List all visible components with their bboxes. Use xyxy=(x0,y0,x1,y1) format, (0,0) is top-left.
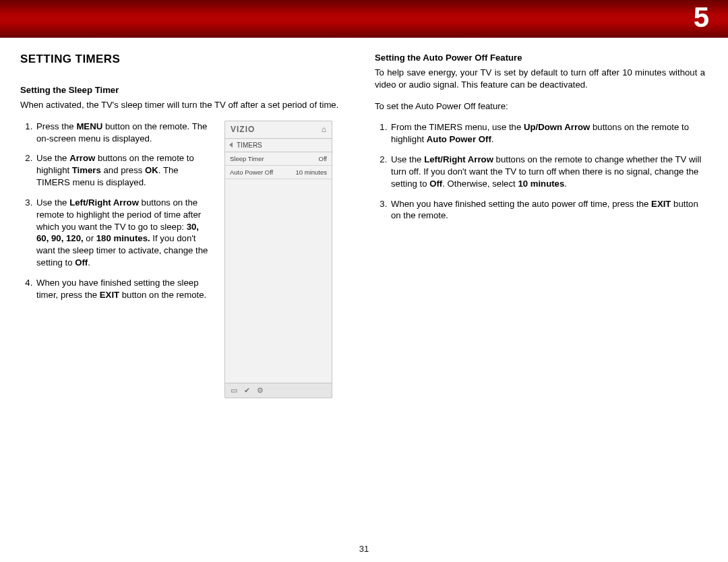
list-item: Use the Arrow buttons on the remote to h… xyxy=(35,152,212,188)
sleep-timer-intro: When activated, the TV's sleep timer wil… xyxy=(20,99,351,111)
vizio-logo: VIZIO xyxy=(231,125,255,134)
top-banner: 5 xyxy=(0,0,728,38)
list-item: From the TIMERS menu, use the Up/Down Ar… xyxy=(390,121,705,146)
list-item: When you have finished setting the auto … xyxy=(390,198,705,222)
auto-power-steps: From the TIMERS menu, use the Up/Down Ar… xyxy=(375,121,705,222)
left-column: SETTING TIMERS Setting the Sleep Timer W… xyxy=(20,53,351,398)
check-icon: ✔ xyxy=(244,386,250,395)
sleep-timer-heading: Setting the Sleep Timer xyxy=(20,85,351,95)
osd-menu-illustration: VIZIO ⌂ TIMERS Sleep Timer Off Auto Powe… xyxy=(224,121,332,398)
list-item: Press the MENU button on the remote. The… xyxy=(35,121,212,145)
page-number: 31 xyxy=(0,544,728,554)
gear-icon: ⚙ xyxy=(257,386,264,395)
osd-row-sleep-timer: Sleep Timer Off xyxy=(225,152,332,166)
osd-breadcrumb: TIMERS xyxy=(225,139,332,152)
osd-row-auto-power-off: Auto Power Off 10 minutes xyxy=(225,166,332,179)
list-item: Use the Left/Right Arrow buttons on the … xyxy=(35,197,212,269)
home-icon: ⌂ xyxy=(322,125,326,134)
list-item: When you have finished setting the sleep… xyxy=(35,277,212,301)
osd-breadcrumb-label: TIMERS xyxy=(237,142,262,149)
osd-header: VIZIO ⌂ xyxy=(225,121,332,139)
osd-footer: ▭ ✔ ⚙ xyxy=(225,383,332,398)
chapter-number: 5 xyxy=(694,1,709,34)
list-item: Use the Left/Right Arrow buttons on the … xyxy=(390,154,705,189)
sleep-timer-steps: Press the MENU button on the remote. The… xyxy=(20,121,212,301)
wide-icon: ▭ xyxy=(231,386,237,395)
auto-power-intro: To help save energy, your TV is set by d… xyxy=(375,67,705,91)
right-column: Setting the Auto Power Off Feature To he… xyxy=(375,53,705,398)
content-area: SETTING TIMERS Setting the Sleep Timer W… xyxy=(20,53,708,398)
auto-power-heading: Setting the Auto Power Off Feature xyxy=(375,53,705,63)
section-title: SETTING TIMERS xyxy=(20,53,351,66)
chevron-left-icon xyxy=(229,142,233,148)
auto-power-lead: To set the Auto Power Off feature: xyxy=(375,100,705,113)
